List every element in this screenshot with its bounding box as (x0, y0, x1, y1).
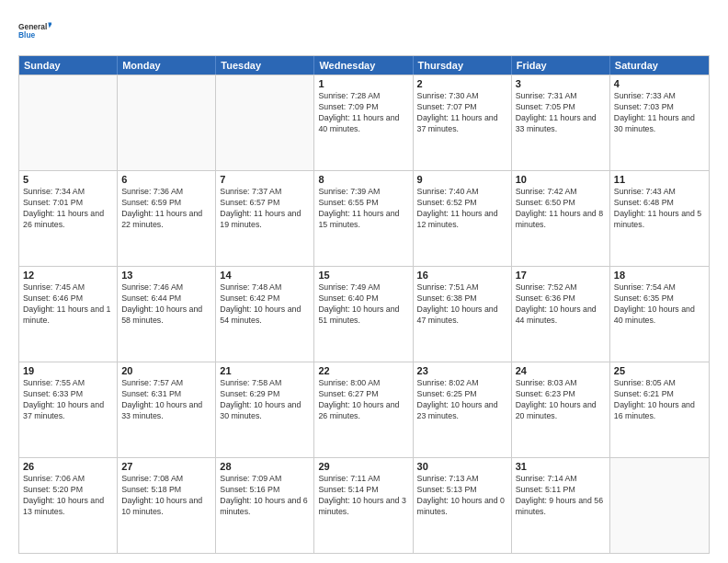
day-info: Sunrise: 7:55 AM Sunset: 6:33 PM Dayligh… (23, 378, 113, 422)
day-22: 22Sunrise: 8:00 AM Sunset: 6:27 PM Dayli… (314, 362, 413, 457)
day-number: 25 (614, 365, 705, 376)
day-2: 2Sunrise: 7:30 AM Sunset: 7:07 PM Daylig… (414, 75, 512, 170)
logo: General Blue (18, 15, 51, 48)
cal-row-3: 12Sunrise: 7:45 AM Sunset: 6:46 PM Dayli… (19, 266, 709, 362)
day-29: 29Sunrise: 7:11 AM Sunset: 5:14 PM Dayli… (314, 458, 413, 553)
day-number: 27 (121, 461, 211, 472)
day-number: 16 (417, 270, 507, 281)
day-info: Sunrise: 7:40 AM Sunset: 6:52 PM Dayligh… (417, 187, 507, 231)
day-number: 19 (23, 365, 113, 376)
day-number: 11 (614, 174, 705, 185)
day-number: 12 (23, 270, 113, 281)
day-3: 3Sunrise: 7:31 AM Sunset: 7:05 PM Daylig… (512, 75, 610, 170)
day-info: Sunrise: 7:54 AM Sunset: 6:35 PM Dayligh… (614, 282, 705, 327)
day-23: 23Sunrise: 8:02 AM Sunset: 6:25 PM Dayli… (414, 362, 512, 457)
header-friday: Friday (512, 56, 610, 75)
day-info: Sunrise: 8:02 AM Sunset: 6:25 PM Dayligh… (417, 378, 507, 422)
day-30: 30Sunrise: 7:13 AM Sunset: 5:13 PM Dayli… (414, 458, 512, 553)
svg-marker-2 (48, 22, 51, 28)
day-info: Sunrise: 7:48 AM Sunset: 6:42 PM Dayligh… (220, 282, 310, 327)
day-info: Sunrise: 7:58 AM Sunset: 6:29 PM Dayligh… (220, 378, 310, 422)
day-info: Sunrise: 7:34 AM Sunset: 7:01 PM Dayligh… (23, 187, 113, 231)
day-info: Sunrise: 7:37 AM Sunset: 6:57 PM Dayligh… (220, 187, 310, 231)
day-info: Sunrise: 7:31 AM Sunset: 7:05 PM Dayligh… (516, 91, 606, 135)
day-info: Sunrise: 7:49 AM Sunset: 6:40 PM Dayligh… (318, 282, 408, 327)
day-info: Sunrise: 7:39 AM Sunset: 6:55 PM Dayligh… (318, 187, 408, 231)
day-number: 28 (220, 461, 310, 472)
day-12: 12Sunrise: 7:45 AM Sunset: 6:46 PM Dayli… (19, 267, 118, 362)
day-number: 4 (614, 78, 705, 89)
day-25: 25Sunrise: 8:05 AM Sunset: 6:21 PM Dayli… (610, 362, 709, 457)
day-8: 8Sunrise: 7:39 AM Sunset: 6:55 PM Daylig… (314, 171, 413, 266)
day-28: 28Sunrise: 7:09 AM Sunset: 5:16 PM Dayli… (216, 458, 314, 553)
cal-row-4: 19Sunrise: 7:55 AM Sunset: 6:33 PM Dayli… (19, 362, 709, 457)
day-info: Sunrise: 7:28 AM Sunset: 7:09 PM Dayligh… (318, 91, 408, 135)
day-number: 30 (417, 461, 507, 472)
calendar-body: 1Sunrise: 7:28 AM Sunset: 7:09 PM Daylig… (19, 75, 709, 553)
day-number: 18 (614, 270, 705, 281)
header-wednesday: Wednesday (314, 56, 413, 75)
day-info: Sunrise: 7:52 AM Sunset: 6:36 PM Dayligh… (516, 282, 606, 327)
day-31: 31Sunrise: 7:14 AM Sunset: 5:11 PM Dayli… (512, 458, 610, 553)
empty-cell-4-6 (610, 458, 709, 553)
calendar-page: General Blue SundayMondayTuesdayWednesda… (0, 0, 728, 563)
day-info: Sunrise: 7:42 AM Sunset: 6:50 PM Dayligh… (516, 187, 606, 231)
day-info: Sunrise: 8:00 AM Sunset: 6:27 PM Dayligh… (318, 378, 408, 422)
day-number: 22 (318, 365, 408, 376)
day-info: Sunrise: 8:05 AM Sunset: 6:21 PM Dayligh… (614, 378, 705, 422)
svg-text:General: General (18, 22, 47, 31)
day-17: 17Sunrise: 7:52 AM Sunset: 6:36 PM Dayli… (512, 267, 610, 362)
day-number: 21 (220, 365, 310, 376)
day-number: 14 (220, 270, 310, 281)
cal-row-1: 1Sunrise: 7:28 AM Sunset: 7:09 PM Daylig… (19, 75, 709, 170)
day-10: 10Sunrise: 7:42 AM Sunset: 6:50 PM Dayli… (512, 171, 610, 266)
empty-cell-0-1 (118, 75, 216, 170)
logo-svg: General Blue (18, 15, 51, 48)
day-26: 26Sunrise: 7:06 AM Sunset: 5:20 PM Dayli… (19, 458, 118, 553)
day-9: 9Sunrise: 7:40 AM Sunset: 6:52 PM Daylig… (414, 171, 512, 266)
day-number: 13 (121, 270, 211, 281)
day-number: 6 (121, 174, 211, 185)
day-number: 26 (23, 461, 113, 472)
day-info: Sunrise: 7:51 AM Sunset: 6:38 PM Dayligh… (417, 282, 507, 327)
day-number: 2 (417, 78, 507, 89)
day-21: 21Sunrise: 7:58 AM Sunset: 6:29 PM Dayli… (216, 362, 314, 457)
empty-cell-0-0 (19, 75, 118, 170)
day-info: Sunrise: 8:03 AM Sunset: 6:23 PM Dayligh… (516, 378, 606, 422)
day-info: Sunrise: 7:30 AM Sunset: 7:07 PM Dayligh… (417, 91, 507, 135)
day-5: 5Sunrise: 7:34 AM Sunset: 7:01 PM Daylig… (19, 171, 118, 266)
day-number: 10 (516, 174, 606, 185)
day-number: 8 (318, 174, 408, 185)
day-20: 20Sunrise: 7:57 AM Sunset: 6:31 PM Dayli… (118, 362, 216, 457)
day-number: 17 (516, 270, 606, 281)
day-number: 31 (516, 461, 606, 472)
day-info: Sunrise: 7:14 AM Sunset: 5:11 PM Dayligh… (516, 474, 606, 518)
day-4: 4Sunrise: 7:33 AM Sunset: 7:03 PM Daylig… (610, 75, 709, 170)
day-6: 6Sunrise: 7:36 AM Sunset: 6:59 PM Daylig… (118, 171, 216, 266)
day-number: 1 (318, 78, 408, 89)
day-number: 29 (318, 461, 408, 472)
day-info: Sunrise: 7:36 AM Sunset: 6:59 PM Dayligh… (121, 187, 211, 231)
day-info: Sunrise: 7:08 AM Sunset: 5:18 PM Dayligh… (121, 474, 211, 518)
header-saturday: Saturday (610, 56, 709, 75)
day-number: 5 (23, 174, 113, 185)
header-tuesday: Tuesday (216, 56, 314, 75)
day-number: 7 (220, 174, 310, 185)
header-sunday: Sunday (19, 56, 118, 75)
day-info: Sunrise: 7:11 AM Sunset: 5:14 PM Dayligh… (318, 474, 408, 518)
day-14: 14Sunrise: 7:48 AM Sunset: 6:42 PM Dayli… (216, 267, 314, 362)
day-info: Sunrise: 7:33 AM Sunset: 7:03 PM Dayligh… (614, 91, 705, 135)
day-number: 3 (516, 78, 606, 89)
day-11: 11Sunrise: 7:43 AM Sunset: 6:48 PM Dayli… (610, 171, 709, 266)
day-number: 24 (516, 365, 606, 376)
svg-text:Blue: Blue (18, 30, 36, 40)
day-info: Sunrise: 7:46 AM Sunset: 6:44 PM Dayligh… (121, 282, 211, 327)
day-18: 18Sunrise: 7:54 AM Sunset: 6:35 PM Dayli… (610, 267, 709, 362)
day-27: 27Sunrise: 7:08 AM Sunset: 5:18 PM Dayli… (118, 458, 216, 553)
day-info: Sunrise: 7:43 AM Sunset: 6:48 PM Dayligh… (614, 187, 705, 231)
day-number: 20 (121, 365, 211, 376)
calendar: SundayMondayTuesdayWednesdayThursdayFrid… (18, 55, 710, 554)
header-monday: Monday (118, 56, 216, 75)
day-13: 13Sunrise: 7:46 AM Sunset: 6:44 PM Dayli… (118, 267, 216, 362)
day-15: 15Sunrise: 7:49 AM Sunset: 6:40 PM Dayli… (314, 267, 413, 362)
